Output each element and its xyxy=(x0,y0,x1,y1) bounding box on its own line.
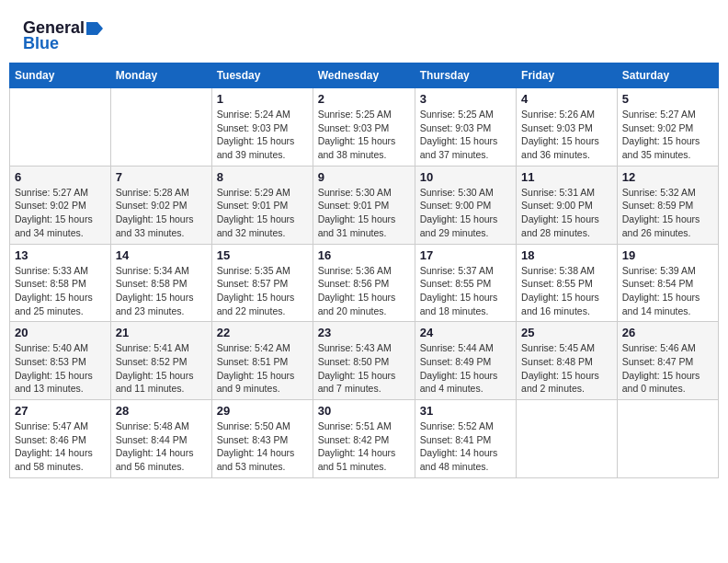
day-info: Sunrise: 5:32 AM Sunset: 8:59 PM Dayligh… xyxy=(622,186,713,240)
calendar-cell: 20Sunrise: 5:40 AM Sunset: 8:53 PM Dayli… xyxy=(10,322,111,400)
calendar-week-row: 20Sunrise: 5:40 AM Sunset: 8:53 PM Dayli… xyxy=(10,322,719,400)
day-number: 9 xyxy=(318,170,410,184)
page-header: General Blue xyxy=(9,9,719,58)
day-info: Sunrise: 5:50 AM Sunset: 8:43 PM Dayligh… xyxy=(217,419,308,474)
calendar-cell: 18Sunrise: 5:38 AM Sunset: 8:55 PM Dayli… xyxy=(517,244,618,322)
calendar-header-monday: Monday xyxy=(110,63,211,88)
day-number: 28 xyxy=(116,404,207,418)
day-number: 30 xyxy=(318,404,410,418)
day-number: 20 xyxy=(15,326,106,339)
calendar-cell: 3Sunrise: 5:25 AM Sunset: 9:03 PM Daylig… xyxy=(415,88,516,167)
calendar-header-saturday: Saturday xyxy=(617,63,718,88)
calendar-cell: 28Sunrise: 5:48 AM Sunset: 8:44 PM Dayli… xyxy=(110,400,211,478)
calendar-cell: 15Sunrise: 5:35 AM Sunset: 8:57 PM Dayli… xyxy=(211,244,313,322)
day-number: 1 xyxy=(217,92,308,106)
calendar-cell: 5Sunrise: 5:27 AM Sunset: 9:02 PM Daylig… xyxy=(617,88,718,167)
calendar-cell: 29Sunrise: 5:50 AM Sunset: 8:43 PM Dayli… xyxy=(211,400,313,478)
day-number: 10 xyxy=(420,170,511,184)
day-number: 3 xyxy=(420,92,511,106)
day-number: 22 xyxy=(217,326,308,339)
day-info: Sunrise: 5:30 AM Sunset: 9:01 PM Dayligh… xyxy=(318,186,410,240)
calendar-cell xyxy=(517,400,618,478)
calendar-header-thursday: Thursday xyxy=(415,63,516,88)
calendar-cell: 30Sunrise: 5:51 AM Sunset: 8:42 PM Dayli… xyxy=(313,400,415,478)
day-info: Sunrise: 5:45 AM Sunset: 8:48 PM Dayligh… xyxy=(521,341,612,396)
day-info: Sunrise: 5:28 AM Sunset: 9:02 PM Dayligh… xyxy=(116,186,207,240)
calendar-week-row: 27Sunrise: 5:47 AM Sunset: 8:46 PM Dayli… xyxy=(10,400,719,478)
day-info: Sunrise: 5:52 AM Sunset: 8:41 PM Dayligh… xyxy=(420,419,511,474)
day-info: Sunrise: 5:48 AM Sunset: 8:44 PM Dayligh… xyxy=(116,419,207,474)
day-number: 31 xyxy=(420,404,511,418)
day-info: Sunrise: 5:47 AM Sunset: 8:46 PM Dayligh… xyxy=(15,419,106,474)
day-number: 19 xyxy=(622,248,713,262)
day-info: Sunrise: 5:25 AM Sunset: 9:03 PM Dayligh… xyxy=(420,108,511,162)
day-info: Sunrise: 5:37 AM Sunset: 8:55 PM Dayligh… xyxy=(420,264,511,318)
calendar-cell: 11Sunrise: 5:31 AM Sunset: 9:00 PM Dayli… xyxy=(517,166,618,244)
day-number: 24 xyxy=(420,326,511,339)
calendar-week-row: 13Sunrise: 5:33 AM Sunset: 8:58 PM Dayli… xyxy=(10,244,719,322)
day-number: 29 xyxy=(217,404,308,418)
calendar-cell: 16Sunrise: 5:36 AM Sunset: 8:56 PM Dayli… xyxy=(313,244,415,322)
day-number: 5 xyxy=(622,92,713,106)
calendar-cell: 26Sunrise: 5:46 AM Sunset: 8:47 PM Dayli… xyxy=(617,322,718,400)
calendar-header-tuesday: Tuesday xyxy=(211,63,313,88)
calendar-cell: 4Sunrise: 5:26 AM Sunset: 9:03 PM Daylig… xyxy=(517,88,618,167)
calendar-cell: 27Sunrise: 5:47 AM Sunset: 8:46 PM Dayli… xyxy=(10,400,111,478)
day-number: 2 xyxy=(318,92,410,106)
calendar-cell: 24Sunrise: 5:44 AM Sunset: 8:49 PM Dayli… xyxy=(415,322,516,400)
day-number: 26 xyxy=(622,326,713,339)
day-number: 4 xyxy=(521,92,612,106)
calendar-cell: 31Sunrise: 5:52 AM Sunset: 8:41 PM Dayli… xyxy=(415,400,516,478)
calendar-cell xyxy=(617,400,718,478)
day-info: Sunrise: 5:44 AM Sunset: 8:49 PM Dayligh… xyxy=(420,341,511,396)
calendar-cell: 2Sunrise: 5:25 AM Sunset: 9:03 PM Daylig… xyxy=(313,88,415,167)
day-info: Sunrise: 5:35 AM Sunset: 8:57 PM Dayligh… xyxy=(217,264,308,318)
day-number: 6 xyxy=(15,170,106,184)
logo: General Blue xyxy=(23,18,105,53)
day-info: Sunrise: 5:30 AM Sunset: 9:00 PM Dayligh… xyxy=(420,186,511,240)
calendar-header-row: SundayMondayTuesdayWednesdayThursdayFrid… xyxy=(10,63,719,88)
calendar-cell: 9Sunrise: 5:30 AM Sunset: 9:01 PM Daylig… xyxy=(313,166,415,244)
day-info: Sunrise: 5:40 AM Sunset: 8:53 PM Dayligh… xyxy=(15,341,106,396)
day-number: 18 xyxy=(521,248,612,262)
calendar-header-wednesday: Wednesday xyxy=(313,63,415,88)
calendar-table: SundayMondayTuesdayWednesdayThursdayFrid… xyxy=(9,63,719,478)
calendar-cell: 17Sunrise: 5:37 AM Sunset: 8:55 PM Dayli… xyxy=(415,244,516,322)
calendar-cell: 12Sunrise: 5:32 AM Sunset: 8:59 PM Dayli… xyxy=(617,166,718,244)
day-info: Sunrise: 5:24 AM Sunset: 9:03 PM Dayligh… xyxy=(217,108,308,162)
day-number: 14 xyxy=(116,248,207,262)
calendar-week-row: 1Sunrise: 5:24 AM Sunset: 9:03 PM Daylig… xyxy=(10,88,719,167)
day-info: Sunrise: 5:42 AM Sunset: 8:51 PM Dayligh… xyxy=(217,341,308,396)
day-number: 21 xyxy=(116,326,207,339)
calendar-cell: 22Sunrise: 5:42 AM Sunset: 8:51 PM Dayli… xyxy=(211,322,313,400)
day-number: 17 xyxy=(420,248,511,262)
calendar-header-friday: Friday xyxy=(517,63,618,88)
calendar-cell: 8Sunrise: 5:29 AM Sunset: 9:01 PM Daylig… xyxy=(211,166,313,244)
calendar-cell: 10Sunrise: 5:30 AM Sunset: 9:00 PM Dayli… xyxy=(415,166,516,244)
logo-blue-text: Blue xyxy=(23,34,59,53)
calendar-cell: 6Sunrise: 5:27 AM Sunset: 9:02 PM Daylig… xyxy=(10,166,111,244)
day-number: 23 xyxy=(318,326,410,339)
day-info: Sunrise: 5:34 AM Sunset: 8:58 PM Dayligh… xyxy=(116,264,207,318)
day-info: Sunrise: 5:27 AM Sunset: 9:02 PM Dayligh… xyxy=(622,108,713,162)
day-info: Sunrise: 5:29 AM Sunset: 9:01 PM Dayligh… xyxy=(217,186,308,240)
calendar-week-row: 6Sunrise: 5:27 AM Sunset: 9:02 PM Daylig… xyxy=(10,166,719,244)
day-number: 25 xyxy=(521,326,612,339)
calendar-cell: 23Sunrise: 5:43 AM Sunset: 8:50 PM Dayli… xyxy=(313,322,415,400)
day-number: 7 xyxy=(116,170,207,184)
calendar-cell xyxy=(110,88,211,167)
day-info: Sunrise: 5:26 AM Sunset: 9:03 PM Dayligh… xyxy=(521,108,612,162)
calendar-cell: 13Sunrise: 5:33 AM Sunset: 8:58 PM Dayli… xyxy=(10,244,111,322)
day-number: 12 xyxy=(622,170,713,184)
day-info: Sunrise: 5:36 AM Sunset: 8:56 PM Dayligh… xyxy=(318,264,410,318)
calendar-cell: 25Sunrise: 5:45 AM Sunset: 8:48 PM Dayli… xyxy=(517,322,618,400)
calendar-cell: 1Sunrise: 5:24 AM Sunset: 9:03 PM Daylig… xyxy=(211,88,313,167)
day-number: 15 xyxy=(217,248,308,262)
day-info: Sunrise: 5:25 AM Sunset: 9:03 PM Dayligh… xyxy=(318,108,410,162)
calendar-cell: 21Sunrise: 5:41 AM Sunset: 8:52 PM Dayli… xyxy=(110,322,211,400)
day-number: 13 xyxy=(15,248,106,262)
day-number: 11 xyxy=(521,170,612,184)
day-info: Sunrise: 5:31 AM Sunset: 9:00 PM Dayligh… xyxy=(521,186,612,240)
day-info: Sunrise: 5:33 AM Sunset: 8:58 PM Dayligh… xyxy=(15,264,106,318)
calendar-header-sunday: Sunday xyxy=(10,63,111,88)
